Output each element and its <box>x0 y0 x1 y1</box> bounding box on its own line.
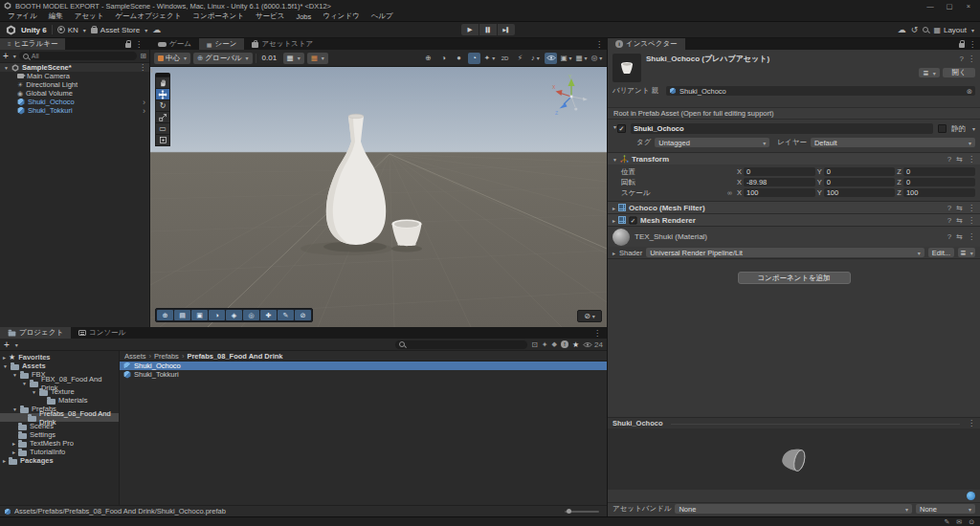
rotation-z-field[interactable]: 0 <box>903 178 975 186</box>
create-object-caret[interactable] <box>11 52 16 60</box>
material-expander[interactable] <box>612 249 615 257</box>
position-x-field[interactable]: 0 <box>744 167 815 176</box>
create-object-button[interactable] <box>3 51 9 61</box>
hierarchy-item-directional-light[interactable]: ☀ Directional Light <box>0 80 149 89</box>
breadcrumb-assets[interactable]: Assets <box>124 352 146 361</box>
inspector-lock-icon[interactable] <box>959 43 965 48</box>
scale-z-field[interactable]: 100 <box>903 188 975 197</box>
search-warning-icon[interactable]: ! <box>561 340 568 348</box>
menu-services[interactable]: サービス <box>250 11 291 21</box>
create-asset-caret[interactable] <box>13 340 18 349</box>
project-search-input[interactable] <box>395 340 527 349</box>
tree-item-favorites[interactable]: Favorites <box>0 353 119 362</box>
overlay-paint-icon[interactable]: ✎ <box>278 310 294 320</box>
open-prefab-button[interactable]: 開く <box>943 68 975 77</box>
mesh-renderer-expander[interactable] <box>612 216 615 225</box>
hierarchy-item-shuki-ochoco[interactable]: Shuki_Ochoco <box>0 98 149 106</box>
tree-item-assets[interactable]: Assets <box>0 362 119 370</box>
tree-item-materials[interactable]: Materials <box>0 396 119 405</box>
variant-parent-field[interactable]: Shuki_Ochoco ⊗ <box>666 86 975 96</box>
shader-dropdown[interactable]: Universal Render Pipeline/Lit <box>646 248 924 257</box>
tab-project[interactable]: プロジェクト <box>0 327 71 339</box>
tab-asset-store[interactable]: アセットストア <box>244 38 321 50</box>
overlay-layers-icon[interactable]: ◈ <box>226 310 242 320</box>
t tree-item-prefabs-08-food-and-drink[interactable]: Prefabs_08_Food And Drink <box>0 413 119 422</box>
component-help-icon[interactable] <box>947 204 951 212</box>
breadcrumb-prefabs[interactable]: Prefabs <box>154 352 179 361</box>
mesh-filter-expander[interactable] <box>612 204 615 212</box>
overlay-snap-icon[interactable]: ✚ <box>260 310 277 320</box>
tag-dropdown[interactable]: Untagged <box>655 138 769 147</box>
scene-options-icon[interactable] <box>139 63 146 72</box>
scene-header-row[interactable]: SampleScene* <box>0 63 149 72</box>
component-presets-icon[interactable] <box>956 204 963 212</box>
inspector-header-menu-icon[interactable] <box>968 55 975 63</box>
lighting-visualization-icon[interactable]: ● <box>453 53 465 64</box>
account-dropdown[interactable]: KN <box>57 26 86 34</box>
breadcrumb-current-folder[interactable]: Prefabs_08_Food And Drink <box>187 352 282 361</box>
project-tab-menu-icon[interactable] <box>593 329 601 338</box>
orientation-gizmo[interactable]: Y X Z <box>549 73 593 117</box>
menu-edit[interactable]: 編集 <box>43 11 69 21</box>
hierarchy-tab-menu-icon[interactable] <box>135 40 143 49</box>
overlay-move-icon[interactable]: ⊕ <box>157 310 173 320</box>
overlay-shading-icon[interactable]: ◑ <box>209 310 225 320</box>
menu-window[interactable]: ウィンドウ <box>317 11 365 21</box>
search-in-icon[interactable]: ⊡ <box>531 340 538 349</box>
rotation-y-field[interactable]: 0 <box>824 178 896 186</box>
scene-viewport[interactable]: ↻ ▭ Y X Z <box>150 67 607 327</box>
effects-dropdown-icon[interactable]: ✦ <box>483 53 496 64</box>
orientation-dropdown[interactable]: ⊕ グローバル <box>193 53 253 64</box>
transform-tool[interactable] <box>155 134 170 146</box>
tab-console[interactable]: コンソール <box>71 327 133 339</box>
scale-y-field[interactable]: 100 <box>824 188 896 197</box>
help-icon[interactable] <box>960 55 964 63</box>
hierarchy-item-main-camera[interactable]: Main Camera <box>0 72 149 80</box>
layout-dropdown[interactable]: ▦ Layout <box>933 26 974 34</box>
static-checkbox[interactable] <box>938 124 947 133</box>
pause-button[interactable]: ▌▌ <box>479 24 497 35</box>
hierarchy-item-global-volume[interactable]: ◉ Global Volume <box>0 89 149 98</box>
pivot-mode-dropdown[interactable]: 中心 <box>154 53 190 64</box>
menu-help[interactable]: ヘルプ <box>366 11 399 21</box>
grid-snap-toggle[interactable]: ▦ <box>283 53 304 64</box>
mesh-renderer-enabled-checkbox[interactable] <box>629 216 636 224</box>
overlay-navigation-icon[interactable]: ⊘ <box>295 310 311 320</box>
maximize-button[interactable]: ▢ <box>942 2 957 11</box>
hierarchy-search-input[interactable]: All <box>19 52 137 60</box>
camera-overlay-icon[interactable]: ◔ <box>468 53 480 64</box>
component-help-icon[interactable] <box>947 232 951 241</box>
component-help-icon[interactable] <box>947 216 951 225</box>
menu-file[interactable]: ファイル <box>2 11 43 21</box>
preview-drag-handle[interactable] <box>671 422 960 425</box>
play-button[interactable]: ▶ <box>461 24 479 35</box>
gizmos-dropdown[interactable]: ◎ <box>590 53 603 64</box>
position-z-field[interactable]: 0 <box>903 167 975 176</box>
camera-settings-dropdown[interactable]: ▣ <box>560 53 572 64</box>
tree-item-textmesh-pro[interactable]: TextMesh Pro <box>0 439 119 448</box>
hierarchy-lock-icon[interactable] <box>125 43 131 48</box>
add-component-button[interactable]: コンポーネントを追加 <box>738 272 851 284</box>
scene-tab-menu-icon[interactable] <box>595 40 603 49</box>
minimize-button[interactable]: — <box>923 2 938 11</box>
tab-game[interactable]: ゲーム <box>150 38 199 50</box>
inspector-tab-menu-icon[interactable] <box>969 40 976 49</box>
preview-sphere-icon[interactable] <box>967 492 975 500</box>
hidden-objects-eye-icon[interactable] <box>545 53 557 64</box>
shading-mode-icon[interactable]: ◑ <box>437 53 450 64</box>
gameobject-name-field[interactable]: Shuki_Ochoco <box>631 123 933 134</box>
view-options-icon[interactable]: ⊕ <box>422 53 434 64</box>
transform-expander[interactable] <box>612 155 617 164</box>
position-y-field[interactable]: 0 <box>824 167 896 176</box>
asset-store-dropdown[interactable]: Asset Store <box>91 26 147 34</box>
asset-preview-viewport[interactable] <box>608 428 980 490</box>
tab-hierarchy[interactable]: ≡ ヒエラルキー <box>0 38 65 50</box>
hidden-count-badge[interactable]: 24 <box>583 340 603 349</box>
undo-history-icon[interactable]: ↺ <box>911 25 919 34</box>
search-picker-icon[interactable]: ⊞ <box>140 52 146 60</box>
assetbundle-variant-dropdown[interactable]: None <box>916 504 975 514</box>
2d-toggle[interactable]: 2D <box>499 53 511 64</box>
assetbundle-dropdown[interactable]: None <box>675 504 912 514</box>
step-button[interactable]: ▶▌ <box>498 24 515 35</box>
tree-item-settings[interactable]: Settings <box>0 430 119 439</box>
